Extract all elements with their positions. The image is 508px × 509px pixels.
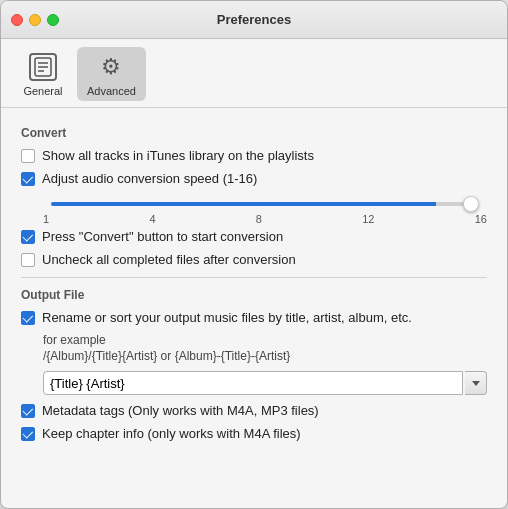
option-show-all-tracks: Show all tracks in iTunes library on the… bbox=[21, 148, 487, 163]
slider-label-12: 12 bbox=[362, 213, 374, 225]
toolbar-item-general[interactable]: General bbox=[13, 47, 73, 101]
metadata-checkbox[interactable] bbox=[21, 404, 35, 418]
adjust-audio-label: Adjust audio conversion speed (1-16) bbox=[42, 171, 257, 186]
option-metadata: Metadata tags (Only works with M4A, MP3 … bbox=[21, 403, 487, 418]
speed-slider[interactable] bbox=[51, 202, 479, 206]
general-label: General bbox=[23, 85, 62, 97]
format-dropdown-button[interactable] bbox=[465, 371, 487, 395]
press-convert-label: Press "Convert" button to start conversi… bbox=[42, 229, 283, 244]
general-icon bbox=[27, 51, 59, 83]
toolbar-item-advanced[interactable]: ⚙ Advanced bbox=[77, 47, 146, 101]
slider-label-4: 4 bbox=[149, 213, 155, 225]
toolbar: General ⚙ Advanced bbox=[1, 39, 507, 108]
speed-slider-container: 1 4 8 12 16 bbox=[43, 194, 487, 225]
minimize-button[interactable] bbox=[29, 14, 41, 26]
chevron-down-icon bbox=[472, 381, 480, 386]
format-input[interactable] bbox=[43, 371, 463, 395]
metadata-label: Metadata tags (Only works with M4A, MP3 … bbox=[42, 403, 319, 418]
slider-label-16: 16 bbox=[475, 213, 487, 225]
input-row bbox=[43, 371, 487, 395]
close-button[interactable] bbox=[11, 14, 23, 26]
show-all-tracks-label: Show all tracks in iTunes library on the… bbox=[42, 148, 314, 163]
window-title: Preferences bbox=[217, 12, 291, 27]
uncheck-completed-checkbox[interactable] bbox=[21, 253, 35, 267]
rename-label: Rename or sort your output music files b… bbox=[42, 310, 412, 325]
traffic-lights bbox=[11, 14, 59, 26]
slider-label-8: 8 bbox=[256, 213, 262, 225]
slider-labels: 1 4 8 12 16 bbox=[43, 213, 487, 225]
option-rename: Rename or sort your output music files b… bbox=[21, 310, 487, 325]
convert-section: Convert Show all tracks in iTunes librar… bbox=[21, 126, 487, 267]
press-convert-checkbox[interactable] bbox=[21, 230, 35, 244]
output-section: Output File Rename or sort your output m… bbox=[21, 288, 487, 441]
chapter-label: Keep chapter info (only works with M4A f… bbox=[42, 426, 301, 441]
advanced-icon: ⚙ bbox=[95, 51, 127, 83]
preferences-window: Preferences General ⚙ Advanced bbox=[0, 0, 508, 509]
advanced-label: Advanced bbox=[87, 85, 136, 97]
output-section-title: Output File bbox=[21, 288, 487, 302]
show-all-tracks-checkbox[interactable] bbox=[21, 149, 35, 163]
maximize-button[interactable] bbox=[47, 14, 59, 26]
chapter-checkbox[interactable] bbox=[21, 427, 35, 441]
option-uncheck-completed: Uncheck all completed files after conver… bbox=[21, 252, 487, 267]
adjust-audio-checkbox[interactable] bbox=[21, 172, 35, 186]
section-separator bbox=[21, 277, 487, 278]
option-press-convert: Press "Convert" button to start conversi… bbox=[21, 229, 487, 244]
convert-section-title: Convert bbox=[21, 126, 487, 140]
option-adjust-audio: Adjust audio conversion speed (1-16) bbox=[21, 171, 487, 186]
content-area: Convert Show all tracks in iTunes librar… bbox=[1, 108, 507, 508]
slider-label-1: 1 bbox=[43, 213, 49, 225]
rename-checkbox[interactable] bbox=[21, 311, 35, 325]
example-path: /{Album}/{Title}{Artist} or {Album}-{Tit… bbox=[43, 349, 487, 363]
uncheck-completed-label: Uncheck all completed files after conver… bbox=[42, 252, 296, 267]
example-label: for example bbox=[43, 333, 487, 347]
titlebar: Preferences bbox=[1, 1, 507, 39]
option-chapter: Keep chapter info (only works with M4A f… bbox=[21, 426, 487, 441]
